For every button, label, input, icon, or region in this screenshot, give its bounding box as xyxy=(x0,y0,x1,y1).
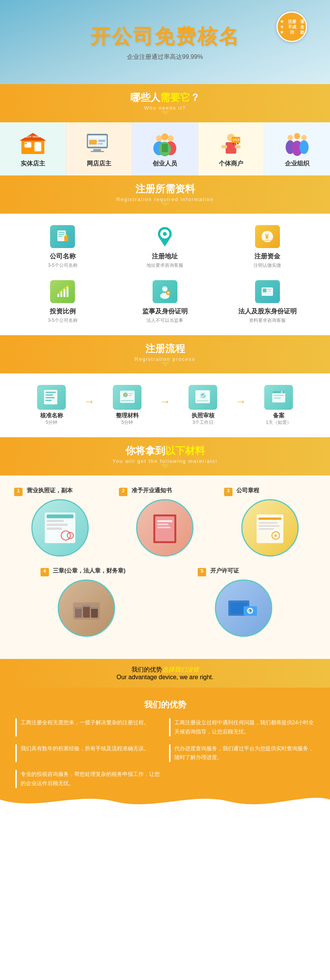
reg-item-capital: ¥ 注册资金 注明认缴实缴 xyxy=(220,225,315,269)
svg-rect-96 xyxy=(258,518,281,520)
svg-rect-59 xyxy=(263,289,267,292)
svg-rect-108 xyxy=(90,607,99,609)
svg-rect-24 xyxy=(235,145,241,148)
material-num-1: 1 xyxy=(14,488,23,496)
svg-point-52 xyxy=(67,286,68,287)
reg-title-investment: 投资比例 xyxy=(50,307,76,316)
company-name-icon xyxy=(50,225,75,248)
svg-marker-44 xyxy=(160,239,170,247)
svg-rect-97 xyxy=(258,522,278,524)
adv-text-4: 代办进度查询服务，我们通过平台为您提供实时查询服务，随时了解办理进度。 xyxy=(174,744,315,763)
review-icon xyxy=(189,385,217,410)
adv-text-1: 工商注册全程无需您来，一揽子解决繁杂的注册过程。 xyxy=(21,718,149,737)
process-step-2: 整理材料 5分钟 xyxy=(97,385,158,426)
svg-text:BUY NOW: BUY NOW xyxy=(25,135,40,138)
registration-grid: 公司名称 3-5个公司名称 注册地址 地址要求咨询客服 ¥ xyxy=(15,225,315,324)
svg-rect-60 xyxy=(268,289,272,290)
hero-section: 开公司免费核名 企业注册通过率高达99.99% ★ ★ ★ 注册不成功 退全款 xyxy=(0,0,330,84)
svg-rect-11 xyxy=(89,140,97,144)
reg-title-legal: 法人及股东身份证明 xyxy=(238,307,297,316)
svg-text:4: 4 xyxy=(281,390,283,394)
process-time-4: 1天（如需） xyxy=(266,419,291,426)
registration-section: 公司名称 3-5个公司名称 注册地址 地址要求咨询客服 ¥ xyxy=(0,214,330,335)
adv-bar-2 xyxy=(169,718,171,737)
svg-rect-93 xyxy=(157,524,169,525)
reg-title-address: 注册地址 xyxy=(152,252,178,261)
reg-arrow xyxy=(161,202,170,207)
material-item-4: 4 三章(公章，法人章，财务章) xyxy=(41,567,132,640)
mat-circle-4 xyxy=(58,579,115,637)
reg-desc-supervisor: 法人不可以当监事 xyxy=(146,317,183,324)
svg-rect-81 xyxy=(274,398,281,399)
adv-bar-4 xyxy=(169,744,171,763)
svg-rect-87 xyxy=(47,527,62,530)
material-label-3: 3 公司章程 xyxy=(224,487,316,496)
svg-point-30 xyxy=(294,133,300,139)
who-item-corp: 企业组织 xyxy=(264,122,330,175)
arrow-1: → xyxy=(84,396,95,408)
mat-circle-2 xyxy=(136,499,193,557)
reg-item-supervisor: 监事及身份证明 法人不可以当监事 xyxy=(118,280,213,324)
material-item-1: 1 营业执照证，副本 xyxy=(14,487,106,560)
material-text-5: 开户许可证 xyxy=(210,567,239,574)
reg-desc-company: 3-5个公司名称 xyxy=(48,262,77,269)
svg-rect-94 xyxy=(157,527,171,528)
shop-icon: BUY NOW xyxy=(18,130,48,157)
process-name-2: 整理材料 xyxy=(116,412,139,419)
hero-badge: ★ ★ ★ 注册不成功 退全款 xyxy=(276,11,307,42)
svg-rect-92 xyxy=(157,520,172,522)
material-text-1: 营业执照证，副本 xyxy=(27,487,73,493)
who-header-sub: Who needs it? xyxy=(0,105,330,111)
material-num-4: 4 xyxy=(41,568,49,576)
materials-header: 你将拿到以下材料 You will get the following mate… xyxy=(0,437,330,475)
materials-header-sub: You will get the following materials! xyxy=(0,458,330,464)
svg-rect-98 xyxy=(258,525,280,527)
reg-title-capital: 注册资金 xyxy=(254,252,280,261)
adv-header-title: 我们的优势选择我们没错 xyxy=(0,666,330,674)
materials-row-2: 4 三章(公章，法人章，财务章) 5 开户许可证 xyxy=(11,567,319,640)
material-text-3: 公司章程 xyxy=(236,487,259,493)
svg-rect-64 xyxy=(46,392,56,393)
reg-header-sub: Registration required information xyxy=(0,196,330,202)
hero-subtitle: 企业注册通过率高达99.99% xyxy=(90,53,240,61)
personal-icon: SALE xyxy=(216,130,246,157)
svg-text:★: ★ xyxy=(274,534,278,538)
process-name-4: 备案 xyxy=(273,412,284,419)
adv-section-title: 我们的优势 xyxy=(15,699,315,711)
who-label-online: 网店店主 xyxy=(70,160,128,168)
svg-rect-103 xyxy=(75,608,82,618)
reg-title-supervisor: 监事及身份证明 xyxy=(142,307,188,316)
material-text-4: 三章(公章，法人章，财务章) xyxy=(53,567,125,574)
process-header-title: 注册流程 xyxy=(0,342,330,355)
process-grid: 核准名称 5分钟 → 整理材料 5分钟 → xyxy=(8,385,322,426)
who-label-personal: 个体商户 xyxy=(202,160,260,168)
svg-rect-65 xyxy=(46,394,53,396)
material-num-3: 3 xyxy=(224,488,232,496)
online-shop-icon xyxy=(84,130,114,157)
adv-text-3: 我们具有数年的积累经验，所有手续及流程准确无误。 xyxy=(21,744,149,763)
svg-rect-13 xyxy=(98,143,103,144)
svg-rect-22 xyxy=(226,142,236,154)
svg-rect-77 xyxy=(197,400,208,401)
capital-icon: ¥ xyxy=(255,225,280,248)
corp-icon xyxy=(282,130,312,157)
badge-line2: 退全款 xyxy=(298,19,306,35)
svg-point-71 xyxy=(124,393,127,397)
adv-bar-3 xyxy=(15,744,17,763)
process-name-1: 核准名称 xyxy=(40,412,63,419)
adv-item-2: 工商注册设立过程中遇到任何问题，我们都将提供24小时全天候咨询指导，让您后顾无忧… xyxy=(169,718,315,737)
adv-item-3: 我们具有数年的积累经验，所有手续及流程准确无误。 xyxy=(15,744,161,763)
svg-rect-85 xyxy=(47,520,64,522)
wave-decoration xyxy=(0,792,330,811)
who-label-startup: 创业人员 xyxy=(136,160,194,168)
svg-point-16 xyxy=(161,133,168,140)
advantages-grid: 工商注册全程无需您来，一揽子解决繁杂的注册过程。 工商注册设立过程中遇到任何问题… xyxy=(15,718,315,788)
svg-rect-70 xyxy=(121,400,134,401)
advantages-header: 我们的优势选择我们没错 Our advantage device, we are… xyxy=(0,659,330,688)
who-item-shop: BUY NOW 实体店主 xyxy=(0,122,66,175)
who-header-title: 哪些人需要它？ xyxy=(0,91,330,104)
arrow-3: → xyxy=(236,396,246,408)
svg-rect-36 xyxy=(59,232,65,233)
svg-rect-37 xyxy=(59,234,65,235)
svg-rect-39 xyxy=(64,236,68,241)
